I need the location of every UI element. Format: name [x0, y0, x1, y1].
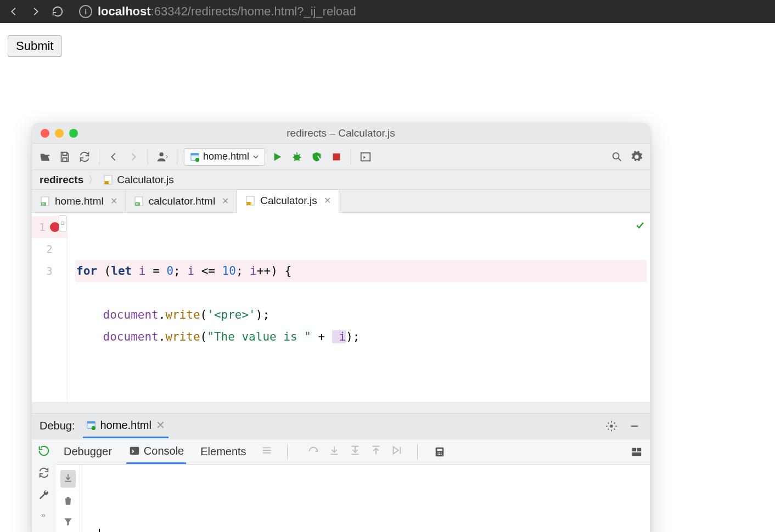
console-output[interactable]: →	[80, 465, 650, 532]
svg-rect-35	[632, 452, 642, 455]
step-over-icon[interactable]	[307, 444, 319, 459]
breadcrumb-file[interactable]: JS Calculator.js	[103, 174, 174, 186]
debug-label: Debug:	[40, 420, 75, 432]
url-text: localhost:63342/redirects/home.html?_ij_…	[98, 4, 356, 19]
breadcrumb: redirects 〉 JS Calculator.js	[32, 170, 650, 190]
minimize-window-icon[interactable]	[55, 129, 64, 138]
filter-icon[interactable]	[63, 516, 74, 529]
threads-icon[interactable]	[261, 444, 273, 459]
run-config-select[interactable]: home.html	[184, 148, 265, 166]
svg-rect-24	[130, 447, 139, 455]
save-icon[interactable]	[57, 149, 72, 165]
code-editor[interactable]: 1 2 3 ⊟ for (let i = 0; i <= 10; i++) { …	[32, 213, 650, 403]
breadcrumb-root[interactable]: redirects	[40, 174, 83, 186]
minimize-panel-icon[interactable]	[627, 418, 642, 434]
svg-rect-6	[361, 152, 370, 161]
svg-point-23	[610, 425, 613, 428]
browser-toolbar: i localhost:63342/redirects/home.html?_i…	[0, 0, 775, 23]
svg-rect-21	[87, 422, 94, 424]
fold-icon[interactable]: ⊟	[59, 215, 66, 231]
window-titlebar: redirects – Calculator.js	[32, 123, 650, 144]
close-icon[interactable]: ✕	[156, 418, 165, 432]
forward-button[interactable]	[30, 5, 42, 18]
tab-home-html[interactable]: H home.html✕	[32, 190, 126, 212]
chevron-right-icon: 〉	[88, 173, 98, 187]
page-body: Submit redirects – Calculator.js home.ht…	[0, 23, 775, 532]
close-icon[interactable]: ✕	[324, 195, 331, 206]
nav-forward-icon[interactable]	[126, 149, 141, 165]
gutter[interactable]: 1 2 3	[32, 213, 67, 403]
stop-icon[interactable]	[329, 149, 344, 165]
nav-back-icon[interactable]	[106, 149, 121, 165]
wrench-icon[interactable]	[38, 489, 50, 503]
svg-point-27	[437, 452, 439, 453]
svg-point-22	[91, 426, 95, 430]
svg-point-29	[440, 452, 441, 453]
site-info-icon[interactable]: i	[79, 5, 92, 18]
svg-rect-25	[435, 447, 443, 456]
coverage-icon[interactable]	[309, 149, 324, 165]
open-icon[interactable]	[37, 149, 53, 165]
ide-window: redirects – Calculator.js home.html	[32, 123, 650, 532]
layout-icon[interactable]	[629, 444, 644, 460]
step-into-icon[interactable]	[328, 444, 340, 459]
prompt-arrow-icon: →	[89, 528, 96, 532]
debug-subtabs: Debugger Console Elements	[56, 439, 650, 465]
text-cursor	[99, 529, 100, 532]
svg-point-0	[160, 152, 164, 156]
update-icon[interactable]	[38, 467, 50, 481]
force-step-into-icon[interactable]	[349, 444, 361, 459]
tab-calculator-js[interactable]: JS Calculator.js✕	[237, 190, 339, 213]
run-to-cursor-icon[interactable]	[391, 444, 403, 459]
svg-point-7	[613, 152, 619, 159]
console-area: →	[56, 465, 650, 532]
svg-point-32	[440, 454, 441, 455]
address-bar[interactable]: i localhost:63342/redirects/home.html?_i…	[79, 4, 356, 19]
debug-panel-header: Debug: home.html✕	[32, 414, 650, 439]
reload-button[interactable]	[52, 5, 64, 18]
tab-debugger[interactable]: Debugger	[61, 439, 114, 464]
tab-calculator-html[interactable]: H calculator.html✕	[126, 190, 237, 212]
user-dropdown-icon[interactable]	[155, 149, 170, 165]
sync-icon[interactable]	[77, 149, 92, 165]
svg-point-30	[437, 454, 439, 455]
debug-icon[interactable]	[289, 149, 305, 165]
svg-text:JS: JS	[247, 202, 251, 205]
checkmark-icon	[634, 216, 645, 238]
svg-rect-2	[191, 153, 199, 155]
submit-button[interactable]: Submit	[8, 35, 61, 57]
svg-text:H: H	[136, 202, 138, 206]
gear-icon[interactable]	[629, 149, 644, 165]
close-window-icon[interactable]	[41, 129, 49, 138]
code-area[interactable]: ⊟ for (let i = 0; i <= 10; i++) { docume…	[67, 213, 650, 403]
tab-console[interactable]: Console	[126, 439, 186, 464]
debug-session-tab[interactable]: home.html✕	[83, 414, 169, 438]
search-icon[interactable]	[609, 149, 625, 165]
evaluate-icon[interactable]	[432, 444, 447, 460]
svg-text:H: H	[42, 202, 44, 206]
svg-point-3	[195, 157, 199, 161]
run-icon[interactable]	[269, 149, 285, 165]
scroll-to-end-icon[interactable]	[60, 470, 76, 488]
editor-tabs: H home.html✕ H calculator.html✕ JS Calcu…	[32, 190, 650, 213]
gear-icon[interactable]	[604, 418, 619, 434]
svg-rect-26	[437, 449, 442, 451]
trash-icon[interactable]	[63, 495, 74, 508]
svg-rect-5	[333, 153, 340, 160]
debug-panel-body: » Debugger Console Elements	[32, 439, 650, 532]
zoom-window-icon[interactable]	[69, 129, 78, 138]
tab-elements[interactable]: Elements	[198, 439, 248, 464]
console-side-toolbar	[56, 465, 80, 532]
svg-point-31	[439, 454, 440, 455]
back-button[interactable]	[8, 5, 20, 18]
close-icon[interactable]: ✕	[222, 196, 229, 206]
debug-side-toolbar: »	[32, 439, 56, 532]
svg-text:JS: JS	[105, 181, 109, 184]
svg-point-28	[439, 452, 440, 453]
run-anything-icon[interactable]	[358, 149, 373, 165]
step-out-icon[interactable]	[370, 444, 382, 459]
more-icon[interactable]: »	[41, 511, 47, 519]
close-icon[interactable]: ✕	[110, 196, 117, 206]
main-toolbar: home.html	[32, 144, 650, 170]
rerun-icon[interactable]	[38, 445, 50, 459]
